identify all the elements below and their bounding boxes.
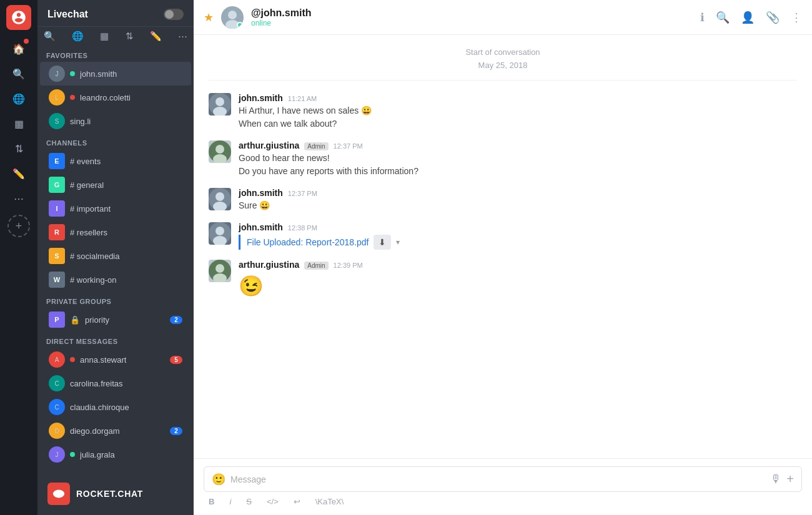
- msg-username-1: john.smith: [239, 93, 283, 103]
- msg-username-2: arthur.giustina: [239, 140, 299, 150]
- format-strikethrough-button[interactable]: S: [244, 496, 254, 508]
- app-logo[interactable]: [6, 5, 31, 30]
- msg-avatar-2: [209, 140, 231, 163]
- sidebar-item-sing-li[interactable]: S sing.li: [40, 109, 191, 133]
- msg-header-3: john.smith 12:37 PM: [239, 188, 797, 198]
- badge-diego-dorgam: 2: [170, 427, 182, 435]
- status-leandro-coletti: [70, 95, 75, 100]
- message-input-area: 🙂 🎙 + B i S </> ↩ \KaTeX\: [194, 458, 812, 515]
- admin-badge-5: Admin: [304, 262, 328, 270]
- info-icon[interactable]: ℹ: [700, 11, 705, 24]
- format-multiline-button[interactable]: ↩: [291, 496, 303, 508]
- avatar-resellers: R: [49, 224, 65, 240]
- msg-time-4: 12:38 PM: [288, 224, 317, 232]
- layout-icon[interactable]: ▦: [7, 112, 30, 135]
- sidebar-write-icon[interactable]: ✏️: [150, 31, 162, 42]
- sidebar-item-julia-grala[interactable]: J julia.grala: [40, 443, 191, 466]
- sidebar-search-icon[interactable]: 🔍: [44, 31, 56, 42]
- globe-icon[interactable]: 🌐: [7, 87, 30, 110]
- avatar-working-on: W: [49, 272, 65, 288]
- format-bold-button[interactable]: B: [206, 496, 217, 508]
- msg-avatar-5: [209, 260, 231, 282]
- svg-point-8: [215, 145, 224, 154]
- svg-point-5: [215, 97, 224, 106]
- msg-content-5: arthur.giustina Admin 12:39 PM 😉: [239, 260, 797, 301]
- channels-label: Channels: [37, 133, 194, 149]
- msg-header-1: john.smith 11:21 AM: [239, 93, 797, 103]
- star-button[interactable]: ★: [204, 11, 214, 24]
- sidebar-globe-icon[interactable]: 🌐: [72, 31, 84, 42]
- message-input-wrap: 🙂 🎙 +: [204, 466, 802, 492]
- sidebar-tools: 🔍 🌐 ▦ ⇅ ✏️ ⋯: [37, 27, 194, 46]
- sidebar-item-claudia-chiroque[interactable]: C claudia.chiroque: [40, 395, 191, 419]
- item-label-working-on: # working-on: [70, 275, 182, 285]
- msg-content-2: arthur.giustina Admin 12:37 PM Good to h…: [239, 140, 797, 178]
- item-label-events: # events: [70, 157, 182, 166]
- format-italic-button[interactable]: i: [227, 496, 234, 508]
- msg-username-4: john.smith: [239, 222, 283, 232]
- emoji-picker-button[interactable]: 🙂: [212, 473, 225, 486]
- search-icon[interactable]: 🔍: [7, 62, 30, 85]
- sidebar-item-resellers[interactable]: R # resellers: [40, 220, 191, 244]
- svg-point-11: [215, 192, 224, 201]
- sidebar-item-diego-dorgam[interactable]: D diego.dorgam 2: [40, 419, 191, 443]
- rail-home-wrap: 🏠: [7, 37, 30, 60]
- sidebar-item-anna-stewart[interactable]: A anna.stewart 5: [40, 348, 191, 371]
- sidebar-item-carolina-freitas[interactable]: C carolina.freitas: [40, 371, 191, 395]
- kebab-menu-icon[interactable]: ⋮: [791, 11, 802, 24]
- sidebar-more-icon[interactable]: ⋯: [178, 31, 187, 42]
- sidebar-item-working-on[interactable]: W # working-on: [40, 268, 191, 292]
- msg-content-3: john.smith 12:37 PM Sure 😀: [239, 188, 797, 212]
- file-download-button[interactable]: ⬇: [374, 235, 391, 250]
- main-chat: ★ @john.smith online ℹ 🔍 👤 📎 ⋮ Start of …: [194, 0, 812, 515]
- status-julia-grala: [70, 452, 75, 457]
- svg-point-17: [215, 264, 224, 273]
- chat-header-avatar: [221, 6, 244, 29]
- msg-avatar-1: [209, 93, 231, 115]
- msg-avatar-4: [209, 222, 231, 245]
- header-search-icon[interactable]: 🔍: [716, 11, 730, 24]
- avatar-general: G: [49, 177, 65, 193]
- sidebar-item-priority[interactable]: P 🔒 priority 2: [40, 308, 191, 331]
- sidebar-item-john-smith[interactable]: J john.smith: [40, 62, 191, 86]
- add-attachment-button[interactable]: +: [786, 472, 794, 486]
- members-icon[interactable]: 👤: [741, 11, 755, 24]
- attachment-icon[interactable]: 📎: [766, 11, 780, 24]
- msg-text-1: Hi Arthur, I have news on sales 😀When ca…: [239, 104, 797, 130]
- chat-header: ★ @john.smith online ℹ 🔍 👤 📎 ⋮: [194, 0, 812, 35]
- header-online-dot: [237, 22, 243, 28]
- header-username: @john.smith: [251, 7, 693, 19]
- message-group-3: john.smith 12:37 PM Sure 😀: [209, 188, 797, 212]
- item-label-john-smith: john.smith: [80, 69, 182, 79]
- message-group-4: john.smith 12:38 PM File Uploaded: Repor…: [209, 222, 797, 250]
- avatar-carolina-freitas: C: [49, 375, 65, 391]
- edit-icon[interactable]: ✏️: [7, 162, 30, 185]
- avatar-leandro-coletti: L: [49, 89, 65, 105]
- sidebar-item-events[interactable]: E # events: [40, 149, 191, 173]
- sidebar-item-general[interactable]: G # general: [40, 173, 191, 197]
- format-katex-button[interactable]: \KaTeX\: [313, 496, 347, 508]
- format-code-button[interactable]: </>: [264, 496, 281, 508]
- private-groups-label: Private Groups: [37, 292, 194, 308]
- notification-dot: [24, 39, 29, 44]
- badge-priority: 2: [170, 316, 182, 324]
- microphone-icon[interactable]: 🎙: [770, 473, 781, 486]
- sidebar-item-socialmedia[interactable]: S # socialmedia: [40, 244, 191, 268]
- item-label-claudia-chiroque: claudia.chiroque: [70, 403, 182, 412]
- file-chevron-icon[interactable]: ▾: [396, 238, 400, 247]
- msg-avatar-3: [209, 188, 231, 210]
- more-icon[interactable]: ⋯: [7, 187, 30, 210]
- sort-icon[interactable]: ⇅: [7, 137, 30, 160]
- footer-logo: [47, 483, 70, 505]
- add-workspace-button[interactable]: +: [7, 215, 30, 237]
- avatar-priority: P: [49, 311, 65, 328]
- sidebar-layout-icon[interactable]: ▦: [100, 31, 109, 42]
- file-upload-link[interactable]: File Uploaded: Report-2018.pdf: [247, 237, 369, 247]
- sidebar-item-important[interactable]: I # important: [40, 197, 191, 220]
- message-input[interactable]: [230, 474, 765, 484]
- msg-content-1: john.smith 11:21 AM Hi Arthur, I have ne…: [239, 93, 797, 130]
- sidebar-item-leandro-coletti[interactable]: L leandro.coletti: [40, 86, 191, 109]
- item-label-julia-grala: julia.grala: [80, 450, 182, 459]
- livechat-toggle[interactable]: [164, 9, 184, 20]
- sidebar-sort-icon[interactable]: ⇅: [126, 31, 134, 42]
